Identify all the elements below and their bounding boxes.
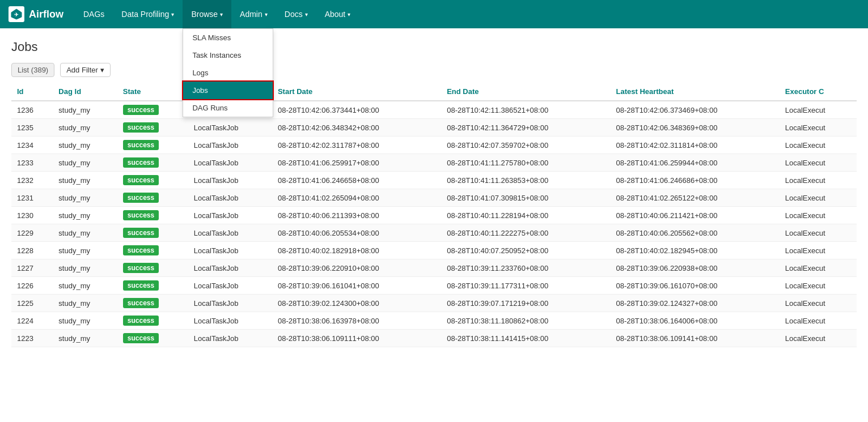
cell-state: success [117,172,188,189]
table-row[interactable]: 1231study_mysuccessLocalTaskJob08-28T10:… [11,189,857,207]
cell-dag-id: study_my [53,295,117,312]
table-row[interactable]: 1233study_mysuccessLocalTaskJob08-28T10:… [11,154,857,172]
cell-start-date: 08-28T10:39:06.161041+08:00 [272,277,441,295]
cell-end-date: 08-28T10:38:11.141415+08:00 [441,330,610,347]
cell-id: 1229 [11,224,53,242]
table-row[interactable]: 1224study_mysuccessLocalTaskJob08-28T10:… [11,312,857,330]
cell-state: success [117,101,188,119]
state-badge: success [123,157,159,168]
state-badge: success [123,333,159,343]
col-start-date[interactable]: Start Date [272,83,441,101]
svg-text:✈: ✈ [14,12,19,18]
caret-icon-browse: ▾ [220,11,223,18]
cell-id: 1223 [11,330,53,347]
dropdown-link-task-instances[interactable]: Task Instances [183,46,273,64]
cell-state: success [117,154,188,172]
cell-end-date: 08-28T10:40:11.222275+08:00 [441,224,610,242]
cell-dag-id: study_my [53,312,117,330]
cell-state: success [117,207,188,224]
jobs-table: Id Dag Id State Job Type Start Date End … [11,83,857,347]
cell-executor: LocalExecut [780,295,857,312]
state-badge: success [123,122,159,133]
cell-end-date: 08-28T10:42:11.386521+08:00 [441,101,610,119]
page-content: Jobs List (389) Add Filter ▾ Id Dag Id S… [0,28,868,347]
cell-heartbeat: 08-28T10:42:02.311814+08:00 [610,137,779,154]
table-row[interactable]: 1232study_mysuccessLocalTaskJob08-28T10:… [11,172,857,189]
cell-heartbeat: 08-28T10:41:06.259944+08:00 [610,154,779,172]
cell-job-type: LocalTaskJob [188,224,272,242]
cell-state: success [117,242,188,259]
table-row[interactable]: 1225study_mysuccessLocalTaskJob08-28T10:… [11,295,857,312]
table-row[interactable]: 1228study_mysuccessLocalTaskJob08-28T10:… [11,242,857,259]
cell-dag-id: study_my [53,242,117,259]
table-row[interactable]: 1227study_mysuccessLocalTaskJob08-28T10:… [11,259,857,277]
navbar: ✈ Airflow DAGs Data Profiling ▾ Browse ▾… [0,0,868,28]
nav-link-data-profiling[interactable]: Data Profiling ▾ [113,0,183,28]
dropdown-item-task-instances: Task Instances [183,46,273,64]
cell-heartbeat: 08-28T10:39:06.220938+08:00 [610,259,779,277]
cell-job-type: LocalTaskJob [188,207,272,224]
nav-item-browse: Browse ▾ SLA Misses Task Instances Logs … [183,0,231,28]
cell-start-date: 08-28T10:39:06.220910+08:00 [272,259,441,277]
cell-dag-id: study_my [53,154,117,172]
col-state[interactable]: State [117,83,188,101]
nav-link-dags[interactable]: DAGs [75,0,113,28]
cell-start-date: 08-28T10:38:06.109111+08:00 [272,330,441,347]
caret-icon-docs: ▾ [305,11,308,18]
nav-link-about[interactable]: About ▾ [316,0,359,28]
table-row[interactable]: 1226study_mysuccessLocalTaskJob08-28T10:… [11,277,857,295]
dropdown-link-sla[interactable]: SLA Misses [183,29,273,46]
cell-start-date: 08-28T10:41:02.265094+08:00 [272,189,441,207]
dropdown-link-jobs[interactable]: Jobs [183,82,273,99]
cell-start-date: 08-28T10:41:06.259917+08:00 [272,154,441,172]
cell-end-date: 08-28T10:42:11.364729+08:00 [441,119,610,137]
cell-executor: LocalExecut [780,242,857,259]
nav-link-browse[interactable]: Browse ▾ [183,0,231,28]
nav-link-docs[interactable]: Docs ▾ [276,0,316,28]
brand-link[interactable]: ✈ Airflow [9,6,63,22]
state-badge: success [123,193,159,203]
state-badge: success [123,245,159,255]
cell-heartbeat: 08-28T10:40:02.182945+08:00 [610,242,779,259]
col-latest-heartbeat[interactable]: Latest Heartbeat [610,83,779,101]
table-row[interactable]: 1234study_mysuccessLocalTaskJob08-28T10:… [11,137,857,154]
col-end-date[interactable]: End Date [441,83,610,101]
cell-job-type: LocalTaskJob [188,172,272,189]
cell-dag-id: study_my [53,137,117,154]
table-row[interactable]: 1230study_mysuccessLocalTaskJob08-28T10:… [11,207,857,224]
dropdown-item-jobs: Jobs [183,82,273,99]
cell-heartbeat: 08-28T10:40:06.211421+08:00 [610,207,779,224]
table-row[interactable]: 1235study_mysuccessLocalTaskJob08-28T10:… [11,119,857,137]
table-header-row: Id Dag Id State Job Type Start Date End … [11,83,857,101]
cell-end-date: 08-28T10:39:07.171219+08:00 [441,295,610,312]
cell-id: 1226 [11,277,53,295]
table-row[interactable]: 1223study_mysuccessLocalTaskJob08-28T10:… [11,330,857,347]
cell-start-date: 08-28T10:39:02.124300+08:00 [272,295,441,312]
table-row[interactable]: 1236study_mysuccessLocalTaskJob08-28T10:… [11,101,857,119]
col-executor[interactable]: Executor C [780,83,857,101]
nav-link-admin[interactable]: Admin ▾ [231,0,276,28]
cell-dag-id: study_my [53,119,117,137]
cell-heartbeat: 08-28T10:39:02.124327+08:00 [610,295,779,312]
col-dag-id[interactable]: Dag Id [53,83,117,101]
cell-start-date: 08-28T10:38:06.163978+08:00 [272,312,441,330]
state-badge: success [123,298,159,308]
cell-id: 1233 [11,154,53,172]
cell-heartbeat: 08-28T10:38:06.164006+08:00 [610,312,779,330]
dropdown-link-logs[interactable]: Logs [183,64,273,82]
table-body: 1236study_mysuccessLocalTaskJob08-28T10:… [11,101,857,347]
cell-start-date: 08-28T10:40:06.211393+08:00 [272,207,441,224]
add-filter-button[interactable]: Add Filter ▾ [60,63,111,77]
cell-state: success [117,259,188,277]
cell-executor: LocalExecut [780,189,857,207]
cell-executor: LocalExecut [780,137,857,154]
dropdown-link-dag-runs[interactable]: DAG Runs [183,99,273,117]
list-count-badge: List (389) [11,63,54,77]
state-badge: success [123,228,159,238]
state-badge: success [123,210,159,220]
table-row[interactable]: 1229study_mysuccessLocalTaskJob08-28T10:… [11,224,857,242]
caret-icon-admin: ▾ [265,11,268,18]
cell-id: 1235 [11,119,53,137]
nav-item-admin: Admin ▾ [231,0,276,28]
col-id[interactable]: Id [11,83,53,101]
